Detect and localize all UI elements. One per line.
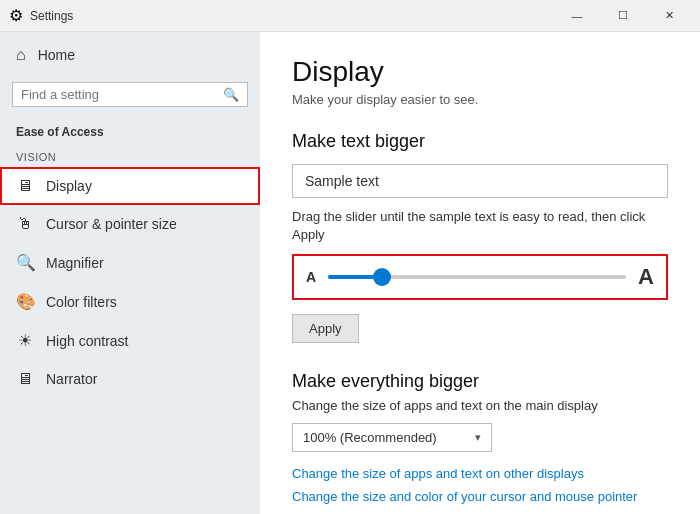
- sidebar-item-narrator[interactable]: 🖥 Narrator: [0, 360, 260, 398]
- sample-text-box: Sample text: [292, 164, 668, 198]
- slider-thumb[interactable]: [373, 268, 391, 286]
- display-icon: 🖥: [16, 177, 34, 195]
- sidebar: ⌂ Home 🔍 Ease of Access Vision 🖥 Display…: [0, 32, 260, 514]
- sidebar-item-high-contrast[interactable]: ☀ High contrast: [0, 321, 260, 360]
- cursor-link[interactable]: Change the size and color of your cursor…: [292, 489, 668, 504]
- minimize-button[interactable]: —: [554, 0, 600, 32]
- sidebar-item-color-filters-label: Color filters: [46, 294, 117, 310]
- title-bar-label: Settings: [30, 9, 73, 23]
- page-subtitle: Make your display easier to see.: [292, 92, 668, 107]
- maximize-button[interactable]: ☐: [600, 0, 646, 32]
- sidebar-item-magnifier-label: Magnifier: [46, 255, 104, 271]
- other-displays-link[interactable]: Change the size of apps and text on othe…: [292, 466, 668, 481]
- cursor-icon: 🖱: [16, 215, 34, 233]
- close-button[interactable]: ✕: [646, 0, 692, 32]
- sidebar-item-high-contrast-label: High contrast: [46, 333, 128, 349]
- sidebar-item-cursor[interactable]: 🖱 Cursor & pointer size: [0, 205, 260, 243]
- slider-min-label: A: [306, 269, 316, 285]
- home-label: Home: [38, 47, 75, 63]
- title-bar: ⚙ Settings — ☐ ✕: [0, 0, 700, 32]
- make-everything-bigger-title: Make everything bigger: [292, 371, 668, 392]
- sidebar-item-display-label: Display: [46, 178, 92, 194]
- slider-max-label: A: [638, 264, 654, 290]
- narrator-icon: 🖥: [16, 370, 34, 388]
- high-contrast-icon: ☀: [16, 331, 34, 350]
- dropdown-selected-value: 100% (Recommended): [303, 430, 467, 445]
- text-size-slider-container: A A: [292, 254, 668, 300]
- slider-track[interactable]: [328, 275, 626, 279]
- home-icon: ⌂: [16, 46, 26, 64]
- search-input[interactable]: [21, 87, 217, 102]
- sidebar-item-cursor-label: Cursor & pointer size: [46, 216, 177, 232]
- settings-icon: ⚙: [8, 8, 24, 24]
- main-layout: ⌂ Home 🔍 Ease of Access Vision 🖥 Display…: [0, 32, 700, 514]
- window-controls: — ☐ ✕: [554, 0, 692, 32]
- chevron-down-icon: ▾: [475, 431, 481, 444]
- apply-button[interactable]: Apply: [292, 314, 359, 343]
- make-text-bigger-title: Make text bigger: [292, 131, 668, 152]
- section-title: Ease of Access: [0, 119, 260, 143]
- vision-subtitle: Vision: [0, 143, 260, 167]
- color-filters-icon: 🎨: [16, 292, 34, 311]
- content-area: Display Make your display easier to see.…: [260, 32, 700, 514]
- sidebar-item-home[interactable]: ⌂ Home: [0, 32, 260, 78]
- sidebar-item-narrator-label: Narrator: [46, 371, 97, 387]
- display-scale-dropdown[interactable]: 100% (Recommended) ▾: [292, 423, 492, 452]
- search-icon: 🔍: [223, 87, 239, 102]
- page-title: Display: [292, 56, 668, 88]
- search-box[interactable]: 🔍: [12, 82, 248, 107]
- sidebar-item-color-filters[interactable]: 🎨 Color filters: [0, 282, 260, 321]
- sidebar-item-display[interactable]: 🖥 Display: [0, 167, 260, 205]
- magnifier-icon: 🔍: [16, 253, 34, 272]
- make-everything-bigger-desc: Change the size of apps and text on the …: [292, 398, 668, 413]
- slider-description: Drag the slider until the sample text is…: [292, 208, 668, 244]
- sidebar-item-magnifier[interactable]: 🔍 Magnifier: [0, 243, 260, 282]
